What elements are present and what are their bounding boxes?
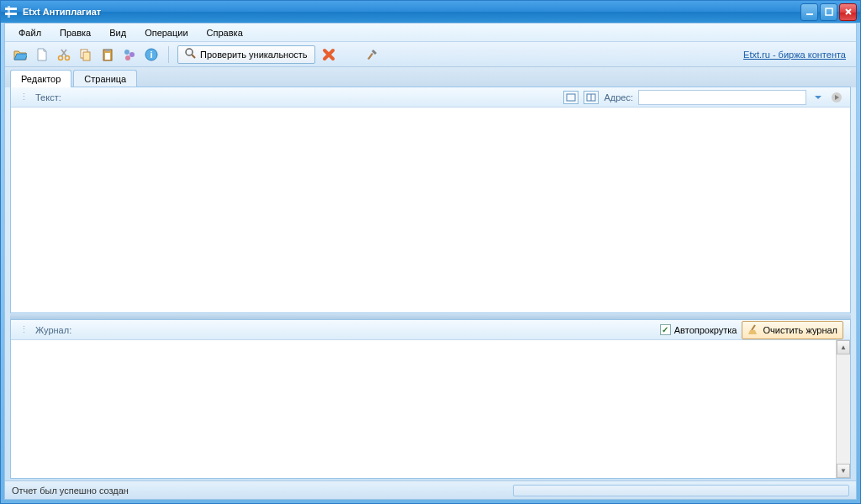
dropdown-icon[interactable] bbox=[811, 91, 825, 104]
svg-point-12 bbox=[124, 50, 129, 55]
svg-rect-3 bbox=[806, 13, 813, 15]
clear-journal-button[interactable]: Очистить журнал bbox=[742, 321, 843, 339]
window-body: Файл Правка Вид Операции Справка bbox=[4, 23, 857, 500]
checkbox-icon: ✓ bbox=[660, 324, 671, 335]
menu-operations[interactable]: Операции bbox=[136, 25, 196, 40]
copy-icon[interactable] bbox=[77, 46, 94, 63]
menubar: Файл Правка Вид Операции Справка bbox=[5, 24, 856, 42]
titlebar[interactable]: Etxt Антиплагиат bbox=[1, 1, 860, 23]
info-icon[interactable]: i bbox=[143, 46, 160, 63]
gripper-icon bbox=[18, 92, 30, 102]
journal-header: Журнал: ✓ Автопрокрутка Очистить журнал bbox=[11, 320, 850, 340]
svg-rect-0 bbox=[5, 8, 17, 10]
address-label: Адрес: bbox=[604, 92, 633, 102]
svg-rect-4 bbox=[826, 8, 832, 15]
journal-label: Журнал: bbox=[35, 325, 71, 335]
autoscroll-checkbox[interactable]: ✓ Автопрокрутка bbox=[660, 324, 737, 335]
check-uniqueness-label: Проверить уникальность bbox=[200, 50, 308, 60]
scroll-down-icon[interactable]: ▼ bbox=[837, 464, 850, 478]
scrollbar[interactable]: ▲ ▼ bbox=[836, 340, 850, 478]
check-uniqueness-button[interactable]: Проверить уникальность bbox=[177, 45, 315, 64]
svg-point-13 bbox=[129, 52, 135, 57]
toolbar: i Проверить уникальность Etxt.ru - биржа… bbox=[5, 42, 856, 67]
app-window: Etxt Антиплагиат Файл Правка Вид Операци… bbox=[0, 0, 861, 504]
menu-edit[interactable]: Правка bbox=[51, 25, 99, 40]
gripper-icon bbox=[18, 324, 30, 335]
close-button[interactable] bbox=[839, 3, 857, 21]
window-controls bbox=[800, 3, 857, 21]
svg-point-17 bbox=[186, 49, 193, 55]
svg-point-14 bbox=[125, 55, 130, 60]
svg-rect-8 bbox=[83, 52, 90, 60]
menu-view[interactable]: Вид bbox=[101, 25, 135, 40]
address-input[interactable] bbox=[638, 90, 806, 105]
svg-rect-11 bbox=[105, 53, 110, 60]
tab-page[interactable]: Страница bbox=[73, 70, 137, 87]
menu-file[interactable]: Файл bbox=[10, 25, 50, 40]
statusbar: Отчет был успешно создан bbox=[5, 480, 856, 499]
minimize-button[interactable] bbox=[800, 3, 818, 21]
scroll-up-icon[interactable]: ▲ bbox=[837, 340, 850, 354]
go-icon[interactable] bbox=[830, 91, 843, 104]
view-split-icon[interactable] bbox=[584, 91, 599, 104]
tab-editor[interactable]: Редактор bbox=[10, 70, 71, 87]
journal-body[interactable]: ▲ ▼ bbox=[11, 340, 850, 478]
search-icon bbox=[185, 48, 197, 61]
menu-help[interactable]: Справка bbox=[198, 25, 251, 40]
clear-journal-label: Очистить журнал bbox=[763, 325, 837, 335]
editor-header: Текст: Адрес: bbox=[11, 87, 850, 108]
svg-rect-18 bbox=[567, 94, 575, 101]
editor-textarea[interactable] bbox=[11, 108, 850, 312]
toolbar-separator bbox=[168, 46, 169, 63]
new-document-icon[interactable] bbox=[34, 46, 50, 63]
svg-rect-10 bbox=[105, 49, 110, 51]
cancel-icon[interactable] bbox=[320, 46, 337, 63]
view-single-icon[interactable] bbox=[563, 91, 578, 104]
progress-bar bbox=[513, 485, 849, 496]
status-text: Отчет был успешно создан bbox=[12, 486, 129, 496]
paste-icon[interactable] bbox=[99, 46, 116, 63]
etxt-link[interactable]: Etxt.ru - биржа контента bbox=[743, 50, 849, 60]
tabbar: Редактор Страница bbox=[5, 67, 856, 87]
editor-panel: Текст: Адрес: bbox=[10, 87, 851, 313]
app-icon bbox=[4, 5, 18, 18]
svg-text:i: i bbox=[150, 50, 152, 60]
svg-rect-2 bbox=[8, 6, 10, 18]
settings-icon[interactable] bbox=[121, 46, 138, 63]
cut-icon[interactable] bbox=[55, 46, 72, 63]
svg-rect-1 bbox=[5, 13, 17, 15]
window-title: Etxt Антиплагиат bbox=[23, 7, 800, 17]
journal-panel: Журнал: ✓ Автопрокрутка Очистить журнал … bbox=[10, 319, 851, 479]
maximize-button[interactable] bbox=[820, 3, 837, 21]
open-icon[interactable] bbox=[12, 46, 29, 63]
hammer-icon[interactable] bbox=[364, 46, 381, 63]
scroll-track[interactable] bbox=[837, 354, 850, 464]
text-label: Текст: bbox=[35, 92, 61, 102]
broom-icon bbox=[747, 323, 759, 337]
autoscroll-label: Автопрокрутка bbox=[674, 325, 737, 335]
